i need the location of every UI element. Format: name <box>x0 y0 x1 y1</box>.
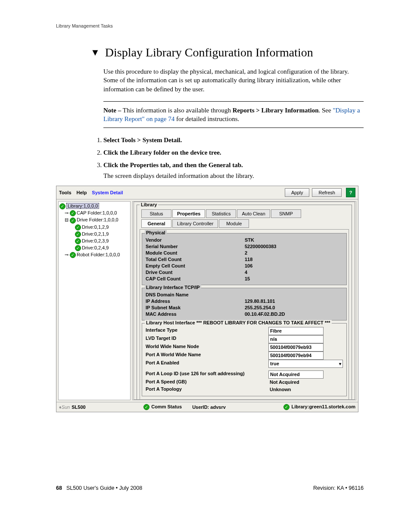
label-module-count: Module Count <box>146 250 245 256</box>
note-bold: Reports > Library Information <box>233 107 319 114</box>
value-total-cell: 118 <box>245 256 343 263</box>
revision: Revision: KA • 96116 <box>313 485 364 491</box>
label-total-cell: Total Cell Count <box>146 256 245 263</box>
legend-host-interface: Library Host Interface *** REBOOT LIBRAR… <box>145 320 332 325</box>
label-mac: MAC Address <box>146 311 245 317</box>
note-text-b: . See <box>318 107 333 114</box>
page-number: 68 <box>56 485 62 491</box>
tree-drive-folder[interactable]: Drive Folder:1,0,0,0 <box>77 217 118 222</box>
help-icon[interactable]: ? <box>346 188 355 197</box>
apply-button[interactable]: Apply <box>285 188 310 197</box>
ok-icon: ✓ <box>70 252 76 258</box>
tree-robot-folder[interactable]: Robot Folder:1,0,0,0 <box>77 252 120 257</box>
step-3-sub: The screen displays detailed information… <box>103 172 364 180</box>
label-empty-cell: Empty Cell Count <box>146 263 245 269</box>
label-pa-enabled: Port A Enabled <box>146 360 268 368</box>
library-host: Library:green11.stortek.com <box>291 404 355 409</box>
guide-title: SL500 User's Guide • July 2008 <box>66 485 142 491</box>
note-text-c: for detailed instructions. <box>174 115 239 122</box>
menubar: Tools Help System Detail Apply Refresh ? <box>56 186 358 199</box>
tree-cap-folder[interactable]: CAP Folder:1,0,0,0 <box>77 210 117 215</box>
tab-library-controller[interactable]: Library Controller <box>172 219 218 228</box>
tab-statistics[interactable]: Statistics <box>206 209 236 218</box>
menu-system-detail[interactable]: System Detail <box>92 190 123 195</box>
triangle-icon: ▼ <box>90 47 100 58</box>
section-title-text: Display Library Configuration Informatio… <box>105 46 313 59</box>
value-pa-loopid: Not Acquired <box>268 370 324 379</box>
value-pa-speed: Not Acquired <box>268 379 323 386</box>
value-pawwn: 500104f00079eb94 <box>268 352 324 360</box>
refresh-button[interactable]: Refresh <box>312 188 342 197</box>
value-pa-topology: Unknown <box>268 386 323 393</box>
menu-help[interactable]: Help <box>77 190 87 195</box>
value-vendor: STK <box>245 237 343 243</box>
tree-drive[interactable]: Drive:0,1,2,9 <box>82 224 109 230</box>
tab-row-1: Status Properties Statistics Auto Clean … <box>140 209 349 218</box>
legend-physical: Physical <box>145 230 167 235</box>
tab-status[interactable]: Status <box>141 209 171 218</box>
value-lvd: n/a <box>268 335 324 343</box>
menu-tools[interactable]: Tools <box>59 190 72 195</box>
value-empty-cell: 106 <box>245 263 343 269</box>
label-pa-speed: Port A Speed (GB) <box>146 379 268 386</box>
ok-icon: ✓ <box>75 238 81 244</box>
label-pa-loopid: Port A Loop ID (use 126 for soft address… <box>146 370 268 379</box>
label-mask: IP Subnet Mask <box>146 305 245 311</box>
tree-drive[interactable]: Drive:0,2,3,9 <box>82 238 109 243</box>
fieldset-physical: Physical VendorSTK Serial Number52200000… <box>142 233 347 285</box>
value-wwnn: 500104f00079eb93 <box>268 343 324 352</box>
ok-icon: ✓ <box>75 245 81 251</box>
value-serial: 522000000383 <box>245 243 343 250</box>
label-lvd: LVD Target ID <box>146 335 268 343</box>
value-drive-count: 4 <box>245 269 343 276</box>
value-pa-enabled[interactable]: true <box>268 360 343 368</box>
tab-general[interactable]: General <box>141 219 171 228</box>
group-library: Library <box>140 202 158 207</box>
status-bar: ♦Sun SL500 ✓Comm Status UserID: advsrv ✓… <box>56 402 358 412</box>
fieldset-host-interface: Library Host Interface *** REBOOT LIBRAR… <box>142 323 347 396</box>
tree-drive[interactable]: Drive:0,2,1,9 <box>82 231 109 236</box>
tree-drive[interactable]: Drive:0,2,4,9 <box>82 245 109 250</box>
value-cap-cell: 15 <box>245 276 343 282</box>
tree-library[interactable]: Library:1,0,0,0 <box>66 203 99 209</box>
label-serial: Serial Number <box>146 243 245 250</box>
tab-autoclean[interactable]: Auto Clean <box>237 209 270 218</box>
label-interface-type: Interface Type <box>146 327 268 335</box>
ok-icon: ✓ <box>143 404 149 410</box>
label-wwnn: World Wide Name Node <box>146 343 268 352</box>
sun-logo: ♦Sun <box>59 404 70 410</box>
ok-icon: ✓ <box>75 231 81 237</box>
label-ip: IP Address <box>146 298 245 305</box>
value-interface-type: Fibre <box>268 327 324 335</box>
note-text-a: This information is also available throu… <box>123 107 233 114</box>
note-label: Note – <box>103 107 121 114</box>
app-window: Tools Help System Detail Apply Refresh ?… <box>56 186 358 412</box>
tab-module[interactable]: Module <box>219 219 249 228</box>
comm-status: Comm Status <box>151 404 182 409</box>
label-drive-count: Drive Count <box>146 269 245 276</box>
step-2: Click the Library folder on the device t… <box>103 149 221 156</box>
value-dns <box>245 292 343 298</box>
note-box: Note – This information is also availabl… <box>103 101 364 128</box>
ok-icon: ✓ <box>70 218 76 224</box>
value-module-count: 2 <box>245 250 343 256</box>
value-ip: 129.80.81.101 <box>245 298 343 305</box>
device-tree[interactable]: ✓Library:1,0,0,0 ⊸ ✓CAP Folder:1,0,0,0 ⊟… <box>58 201 131 400</box>
page-footer: 68SL500 User's Guide • July 2008 Revisio… <box>56 485 364 491</box>
procedure-steps: Select Tools > System Detail. Click the … <box>93 136 364 170</box>
ok-icon: ✓ <box>283 404 290 410</box>
tab-snmp[interactable]: SNMP <box>271 209 301 218</box>
step-1: Select Tools > System Detail. <box>103 137 182 143</box>
value-mac: 00.10.4F.02.BD.2D <box>245 311 343 317</box>
user-id: UserID: advsrv <box>192 404 226 410</box>
section-title: ▼Display Library Configuration Informati… <box>90 46 364 59</box>
product-name: SL500 <box>72 404 85 410</box>
legend-tcpip: Library Interface TCP/IP <box>145 285 201 290</box>
intro-paragraph: Use this procedure to display the physic… <box>103 67 364 93</box>
label-pawwn: Port A World Wide Name <box>146 352 268 360</box>
tab-properties[interactable]: Properties <box>172 209 205 218</box>
label-vendor: Vendor <box>146 237 245 243</box>
step-3: Click the Properties tab, and then the G… <box>103 162 243 168</box>
label-cap-cell: CAP Cell Count <box>146 276 245 282</box>
content-panel: Library Status Properties Statistics Aut… <box>132 201 356 400</box>
